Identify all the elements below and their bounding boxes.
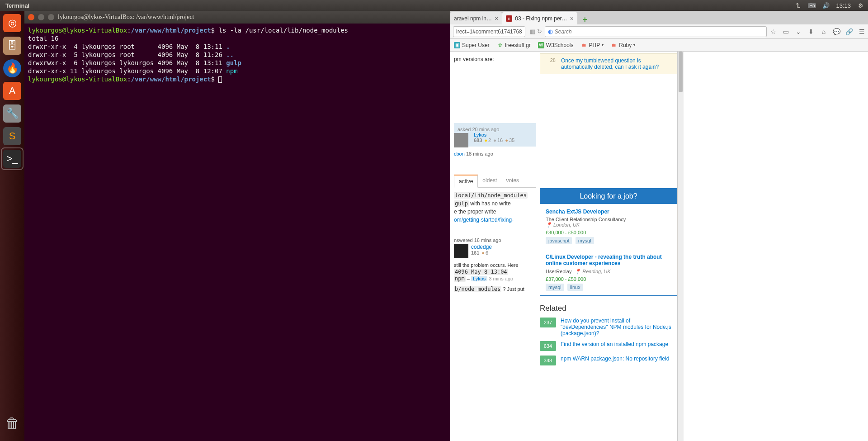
sidebar-column: 28 Once my tumbleweed question is automa… [540, 52, 677, 441]
active-app-title: Terminal [5, 2, 29, 9]
scrollbar[interactable] [677, 52, 684, 441]
terminal-window: lykourgos@lykos-VirtualBox: /var/www/htm… [24, 11, 450, 441]
related-header: Related [540, 304, 677, 313]
reload-icon[interactable]: ↻ [537, 28, 542, 35]
related-item[interactable]: 237 How do you prevent install of "devDe… [540, 318, 677, 337]
reputation: 161 6 [471, 250, 492, 256]
job-title[interactable]: C/Linux Developer - revealing the truth … [546, 254, 671, 266]
text-fragment: pm versions are: [454, 56, 536, 62]
scrollbar-thumb[interactable] [679, 52, 683, 92]
url-bar[interactable]: irect=1#comment61741768 [453, 26, 525, 37]
terminal-title: lykourgos@lykos-VirtualBox: /var/www/htm… [58, 13, 194, 21]
library-icon[interactable]: ▭ [782, 28, 789, 35]
bookmark-folder[interactable]: 🖿PHP▾ [581, 42, 604, 48]
chat-icon[interactable]: 💬 [833, 28, 840, 35]
window-maximize-icon[interactable] [48, 14, 54, 20]
user-link[interactable]: codedge [471, 244, 492, 250]
job-company: The Client Relationship Consultancy [546, 217, 671, 222]
answer-sort-tabs: active oldest votes [454, 175, 536, 188]
settings-gear-icon[interactable]: ⚙ [857, 2, 864, 9]
terminal-body[interactable]: lykourgos@lykos-VirtualBox:/var/www/html… [24, 24, 450, 86]
job-salary: £30,000 - £50,000 [546, 230, 671, 235]
bookmark-item[interactable]: WW3Schools [538, 42, 574, 48]
related-link[interactable]: Find the version of an installed npm pac… [561, 341, 677, 347]
comment-user[interactable]: Lykos [471, 276, 487, 281]
chevron-down-icon: ▾ [602, 43, 604, 47]
edit-attribution: cbon 18 mins ago [454, 151, 536, 156]
sort-tab-active[interactable]: active [454, 175, 478, 188]
job-salary: £37,000 - £50,000 [546, 276, 671, 282]
terminal-cursor [218, 76, 222, 83]
settings-icon[interactable]: 🔧 [2, 103, 23, 124]
search-engine-icon[interactable]: ◐ [548, 28, 553, 35]
related-link[interactable]: How do you prevent install of "devDepend… [561, 318, 677, 337]
sync-icon[interactable]: 🔗 [845, 28, 853, 35]
job-tag[interactable]: mysql [546, 284, 564, 291]
new-tab-button[interactable]: + [580, 14, 590, 24]
bookmark-item[interactable]: ▣Super User [454, 42, 490, 48]
browser-tab[interactable]: aravel npm in… × [450, 12, 502, 24]
comment: still the problem occurs. Here 4096 May … [454, 262, 536, 282]
files-icon[interactable]: 🗄 [2, 35, 23, 56]
dash-icon[interactable]: ◎ [2, 13, 23, 33]
firefox-window: aravel npm in… × n 03 - Fixing npm per… … [450, 11, 868, 441]
software-center-icon[interactable]: A [2, 81, 23, 101]
search-input[interactable] [555, 28, 764, 35]
answered-time: nswered 16 mins ago [454, 237, 536, 243]
sort-tab-oldest[interactable]: oldest [478, 175, 501, 187]
firefox-icon[interactable]: 🔥 [2, 58, 23, 79]
related-count: 237 [540, 318, 556, 327]
job-tag[interactable]: javascript [546, 237, 572, 244]
terminal-titlebar[interactable]: lykourgos@lykos-VirtualBox: /var/www/htm… [24, 11, 450, 24]
job-location: 📍 London, UK [546, 222, 671, 228]
tab-close-icon[interactable]: × [495, 15, 498, 22]
bookmark-star-icon[interactable]: ☆ [769, 28, 777, 35]
avatar[interactable] [454, 133, 468, 147]
favicon-icon: n [506, 15, 512, 22]
trash-icon[interactable]: 🗑 [2, 413, 23, 434]
window-minimize-icon[interactable] [38, 14, 44, 20]
window-close-icon[interactable] [28, 14, 34, 20]
related-link[interactable]: npm WARN package.json: No repository fie… [561, 356, 677, 362]
related-item[interactable]: 634 Find the version of an installed npm… [540, 341, 677, 351]
tab-label: aravel npm in… [454, 15, 492, 22]
user-link[interactable]: Lykos [474, 132, 486, 138]
sort-tab-votes[interactable]: votes [501, 175, 524, 187]
related-item[interactable]: 348 npm WARN package.json: No repository… [540, 356, 677, 365]
bookmarks-toolbar: ▣Super User ✿freestuff.gr WW3Schools 🖿PH… [450, 39, 868, 52]
bulletin-link[interactable]: Once my tumbleweed question is automatic… [561, 57, 672, 70]
comment: b/node_modules ? Just put [454, 286, 536, 293]
home-icon[interactable]: ⌂ [820, 28, 827, 35]
url-bar-row: irect=1#comment61741768 ▥ ↻ ◐ ☆ ▭ ⌄ ⬇ ⌂ … [450, 24, 868, 39]
reputation: 683 2 16 35 [474, 138, 533, 143]
terminal-icon[interactable]: >_ [2, 148, 23, 169]
network-icon[interactable]: ⇅ [794, 2, 802, 9]
sublime-icon[interactable]: S [2, 126, 23, 147]
job-listing[interactable]: Sencha ExtJS Developer The Client Relati… [540, 204, 677, 249]
job-listing[interactable]: C/Linux Developer - revealing the truth … [540, 249, 677, 295]
tab-strip: aravel npm in… × n 03 - Fixing npm per… … [450, 11, 868, 24]
avatar[interactable] [454, 244, 468, 258]
keyboard-indicator[interactable]: En [808, 3, 816, 8]
job-title[interactable]: Sencha ExtJS Developer [546, 209, 671, 215]
browser-tab[interactable]: n 03 - Fixing npm per… × [502, 12, 577, 24]
clock[interactable]: 13:13 [836, 2, 851, 9]
tab-close-icon[interactable]: × [570, 15, 574, 22]
pocket-icon[interactable]: ⌄ [795, 28, 802, 35]
top-panel: Terminal ⇅ En 🔊 13:13 ⚙ [0, 0, 868, 11]
question-column: pm versions are: asked 20 mins ago Lykos… [450, 52, 540, 441]
jobs-header: Looking for a job? [540, 189, 677, 204]
job-tag[interactable]: linux [567, 284, 583, 291]
answer-fragment: local/lib/node_modules gulp with has no … [454, 191, 536, 224]
search-box[interactable]: ◐ [545, 26, 767, 37]
unity-launcher: ◎ 🗄 🔥 A 🔧 S >_ 🗑 [0, 11, 24, 441]
bookmark-folder[interactable]: 🖿Ruby▾ [611, 42, 635, 48]
jobs-box: Looking for a job? Sencha ExtJS Develope… [540, 188, 677, 296]
menu-icon[interactable]: ☰ [858, 28, 865, 35]
downloads-icon[interactable]: ⬇ [807, 28, 815, 35]
bookmark-item[interactable]: ✿freestuff.gr [497, 42, 531, 48]
job-tag[interactable]: mysql [576, 237, 594, 244]
page-content: pm versions are: asked 20 mins ago Lykos… [450, 52, 868, 441]
sound-icon[interactable]: 🔊 [822, 2, 830, 9]
reader-mode-icon[interactable]: ▥ [530, 28, 535, 35]
